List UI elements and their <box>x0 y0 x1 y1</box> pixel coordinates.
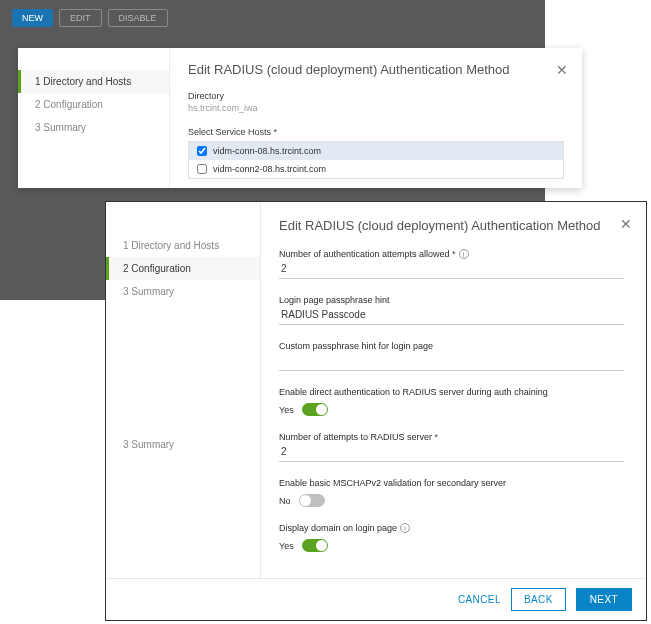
modal-title: Edit RADIUS (cloud deployment) Authentic… <box>279 218 624 233</box>
direct-auth-toggle[interactable] <box>302 403 328 416</box>
direct-auth-label: Enable direct authentication to RADIUS s… <box>279 387 624 397</box>
server-attempts-label: Number of attempts to RADIUS server <box>279 432 624 442</box>
custom-hint-label: Custom passphrase hint for login page <box>279 341 624 351</box>
wizard-step-summary-disabled: 3 Summary <box>106 280 260 303</box>
attempts-label: Number of authentication attempts allowe… <box>279 249 624 259</box>
next-button[interactable]: NEXT <box>576 588 632 611</box>
directory-label: Directory <box>188 91 564 101</box>
disable-button[interactable]: DISABLE <box>108 9 168 27</box>
display-domain-toggle[interactable] <box>302 539 328 552</box>
edit-button[interactable]: EDIT <box>59 9 102 27</box>
cancel-button[interactable]: CANCEL <box>458 594 501 605</box>
mschap-label: Enable basic MSCHAPv2 validation for sec… <box>279 478 624 488</box>
passphrase-hint-input[interactable] <box>279 305 624 325</box>
hosts-label: Select Service Hosts * <box>188 127 564 137</box>
close-icon[interactable]: ✕ <box>620 216 632 232</box>
wizard-nav: 1 Directory and Hosts 2 Configuration 3 … <box>18 48 170 188</box>
host-name: vidm-conn-08.hs.trcint.com <box>213 146 321 156</box>
wizard-step-directory[interactable]: 1 Directory and Hosts <box>106 234 260 257</box>
mschap-toggle[interactable] <box>299 494 325 507</box>
wizard-step-configuration[interactable]: 2 Configuration <box>18 93 169 116</box>
host-checkbox[interactable] <box>197 164 207 174</box>
new-button[interactable]: NEW <box>12 9 53 27</box>
info-icon[interactable]: i <box>400 523 410 533</box>
modal-title: Edit RADIUS (cloud deployment) Authentic… <box>188 62 564 77</box>
service-host-row[interactable]: vidm-conn-08.hs.trcint.com <box>189 142 563 160</box>
service-hosts-list: vidm-conn-08.hs.trcint.com vidm-conn2-08… <box>188 141 564 179</box>
wizard-step-summary[interactable]: 3 Summary <box>18 116 169 139</box>
toolbar: NEW EDIT DISABLE <box>12 9 533 27</box>
wizard-step-configuration[interactable]: 2 Configuration <box>106 257 260 280</box>
host-checkbox[interactable] <box>197 146 207 156</box>
server-attempts-input[interactable] <box>279 442 624 462</box>
close-icon[interactable]: ✕ <box>556 62 568 78</box>
modal-directory-hosts: 1 Directory and Hosts 2 Configuration 3 … <box>18 48 582 188</box>
toggle-state-text: Yes <box>279 405 294 415</box>
toggle-state-text: No <box>279 496 291 506</box>
toggle-state-text: Yes <box>279 541 294 551</box>
wizard-nav: 1 Directory and Hosts 2 Configuration 3 … <box>106 202 261 578</box>
attempts-input[interactable] <box>279 259 624 279</box>
info-icon[interactable]: i <box>459 249 469 259</box>
back-button[interactable]: BACK <box>511 588 566 611</box>
passphrase-hint-label: Login page passphrase hint <box>279 295 624 305</box>
directory-value: hs.trcint.com_iwa <box>188 103 564 113</box>
modal-footer: CANCEL BACK NEXT <box>106 578 646 620</box>
modal-configuration: 1 Directory and Hosts 2 Configuration 3 … <box>105 201 647 621</box>
wizard-step-directory[interactable]: 1 Directory and Hosts <box>18 70 169 93</box>
modal-content: Edit RADIUS (cloud deployment) Authentic… <box>170 48 582 188</box>
display-domain-label: Display domain on login page i <box>279 523 624 533</box>
modal-body: 1 Directory and Hosts 2 Configuration 3 … <box>106 202 646 578</box>
wizard-step-summary-lower: 3 Summary <box>106 433 260 456</box>
custom-hint-input[interactable] <box>279 351 624 371</box>
service-host-row[interactable]: vidm-conn2-08.hs.trcint.com <box>189 160 563 178</box>
modal-content[interactable]: Edit RADIUS (cloud deployment) Authentic… <box>261 202 646 578</box>
host-name: vidm-conn2-08.hs.trcint.com <box>213 164 326 174</box>
